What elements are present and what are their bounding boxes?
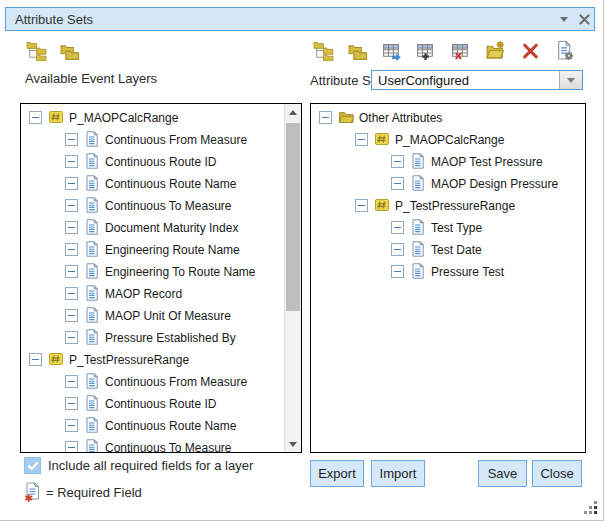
minus-icon (68, 183, 75, 184)
collapse-box[interactable] (319, 111, 332, 124)
minus-icon (68, 293, 75, 294)
tree-item[interactable]: Pressure Test (311, 260, 585, 282)
new-table-icon[interactable] (414, 39, 436, 61)
include-required-fields-label: Include all required fields for a layer (48, 458, 253, 473)
include-required-fields-row: Include all required fields for a layer (24, 457, 253, 474)
field-icon (410, 175, 426, 191)
tree-item[interactable]: Continuous To Measure (21, 194, 301, 216)
tree-item[interactable]: Continuous Route ID (21, 150, 301, 172)
delete-icon[interactable] (519, 39, 541, 61)
minus-icon (68, 139, 75, 140)
import-button[interactable]: Import (371, 460, 425, 487)
scroll-down-button[interactable] (285, 436, 301, 452)
collapse-box[interactable] (65, 243, 78, 256)
save-button[interactable]: Save (478, 460, 527, 487)
collapse-box[interactable] (65, 155, 78, 168)
scrollbar-thumb[interactable] (286, 123, 300, 311)
minus-icon (394, 249, 401, 250)
new-attribute-set-icon[interactable] (484, 39, 506, 61)
tree-item-label: Document Maturity Index (105, 220, 238, 235)
add-fields-to-set-icon[interactable] (380, 39, 402, 61)
collapse-box[interactable] (29, 111, 42, 124)
minus-icon (32, 359, 39, 360)
collapse-box[interactable] (65, 309, 78, 322)
tree-item[interactable]: Continuous Route Name (21, 172, 301, 194)
expand-all-icon[interactable] (312, 39, 334, 61)
collapse-box[interactable] (355, 199, 368, 212)
attribute-set-combobox[interactable]: UserConfigured (371, 70, 583, 90)
minus-icon (68, 249, 75, 250)
collapse-box[interactable] (65, 177, 78, 190)
tree-item[interactable]: Engineering Route Name (21, 238, 301, 260)
tree-item[interactable]: P_TestPressureRange (21, 348, 301, 370)
arrow-up-icon (289, 110, 297, 115)
export-button[interactable]: Export (310, 460, 364, 487)
collapse-box[interactable] (391, 265, 404, 278)
tree-item[interactable]: P_MAOPCalcRange (311, 128, 585, 150)
scroll-up-button[interactable] (285, 104, 301, 120)
tree-item[interactable]: Continuous From Measure (21, 370, 301, 392)
collapse-box[interactable] (65, 375, 78, 388)
tree-item[interactable]: MAOP Test Pressure (311, 150, 585, 172)
minus-icon (68, 381, 75, 382)
collapse-all-icon[interactable] (346, 39, 368, 61)
tree-item[interactable]: Continuous Route Name (21, 414, 301, 436)
properties-icon[interactable] (553, 39, 575, 61)
field-icon (84, 241, 100, 257)
tree-item[interactable]: P_TestPressureRange (311, 194, 585, 216)
minus-icon (32, 117, 39, 118)
tree-item[interactable]: Continuous To Measure (21, 436, 301, 453)
tree-item[interactable]: MAOP Design Pressure (311, 172, 585, 194)
tree-item[interactable]: Continuous Route ID (21, 392, 301, 414)
field-icon (84, 395, 100, 411)
collapse-box[interactable] (65, 441, 78, 454)
tree-item[interactable]: Engineering To Route Name (21, 260, 301, 282)
tree-item[interactable]: Pressure Established By (21, 326, 301, 348)
field-icon (84, 307, 100, 323)
collapse-box[interactable] (65, 397, 78, 410)
collapse-box[interactable] (65, 199, 78, 212)
resize-grip[interactable] (581, 498, 597, 514)
minus-icon (358, 205, 365, 206)
minus-icon (68, 271, 75, 272)
attribute-set-value: UserConfigured (372, 71, 559, 89)
collapse-box[interactable] (391, 221, 404, 234)
tree-item-label: P_TestPressureRange (395, 198, 515, 213)
field-icon (410, 219, 426, 235)
event-layer-icon (374, 131, 390, 147)
tree-item[interactable]: Document Maturity Index (21, 216, 301, 238)
field-icon (84, 175, 100, 191)
field-icon (84, 219, 100, 235)
tree-item[interactable]: MAOP Unit Of Measure (21, 304, 301, 326)
window-menu-icon[interactable] (554, 9, 574, 29)
combo-dropdown-button[interactable] (559, 71, 582, 89)
tree-item[interactable]: Test Type (311, 216, 585, 238)
expand-all-icon[interactable] (25, 39, 47, 61)
collapse-box[interactable] (391, 177, 404, 190)
arrow-down-icon (289, 442, 297, 447)
collapse-box[interactable] (65, 265, 78, 278)
collapse-box[interactable] (391, 155, 404, 168)
collapse-box[interactable] (65, 287, 78, 300)
tree-item[interactable]: MAOP Record (21, 282, 301, 304)
chevron-down-icon (560, 17, 568, 22)
close-icon[interactable] (574, 9, 594, 29)
collapse-box[interactable] (65, 133, 78, 146)
field-icon (84, 197, 100, 213)
tree-item[interactable]: P_MAOPCalcRange (21, 106, 301, 128)
remove-table-icon[interactable] (449, 39, 471, 61)
collapse-all-icon[interactable] (58, 39, 80, 61)
collapse-box[interactable] (391, 243, 404, 256)
collapse-box[interactable] (355, 133, 368, 146)
close-button[interactable]: Close (532, 460, 582, 487)
event-layer-icon (374, 197, 390, 213)
tree-item[interactable]: Test Date (311, 238, 585, 260)
tree-item[interactable]: Other Attributes (311, 106, 585, 128)
collapse-box[interactable] (65, 221, 78, 234)
collapse-box[interactable] (29, 353, 42, 366)
collapse-box[interactable] (65, 419, 78, 432)
tree-item[interactable]: Continuous From Measure (21, 128, 301, 150)
collapse-box[interactable] (65, 331, 78, 344)
include-required-fields-checkbox[interactable] (24, 457, 41, 474)
vertical-scrollbar[interactable] (284, 104, 301, 452)
